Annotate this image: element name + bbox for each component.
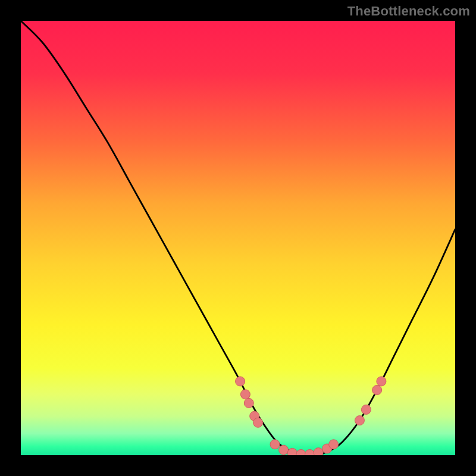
- marker-dot: [314, 448, 323, 455]
- marker-dot: [329, 440, 339, 449]
- chart-frame: TheBottleneck.com: [0, 0, 476, 476]
- curve-dots: [236, 377, 386, 455]
- marker-dot: [253, 418, 263, 427]
- marker-dot: [287, 448, 297, 455]
- marker-dot: [279, 445, 289, 455]
- marker-dot: [296, 450, 306, 456]
- marker-dot: [361, 405, 371, 414]
- marker-dot: [270, 440, 280, 449]
- marker-dot: [236, 377, 245, 386]
- watermark-text: TheBottleneck.com: [347, 4, 470, 19]
- bottleneck-curve: [21, 21, 455, 455]
- marker-dot: [372, 386, 382, 395]
- plot-area: [21, 21, 455, 455]
- marker-dot: [355, 416, 364, 425]
- marker-dot: [244, 398, 253, 408]
- marker-dot: [240, 390, 250, 399]
- curve-layer: [21, 21, 455, 455]
- marker-dot: [305, 450, 315, 456]
- marker-dot: [377, 377, 386, 386]
